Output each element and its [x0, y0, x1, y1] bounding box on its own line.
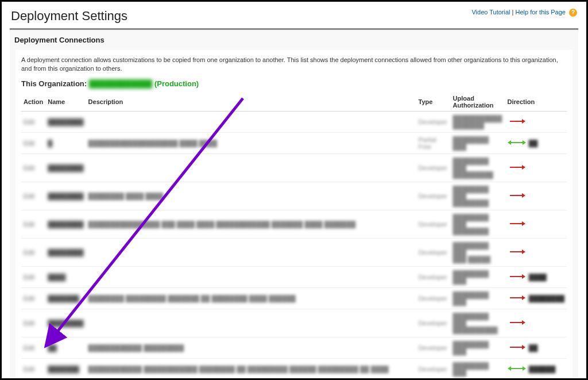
type-cell: Developer [416, 337, 451, 358]
desc-cell [86, 238, 416, 266]
direction-cell [505, 111, 567, 132]
type-cell: Developer [416, 210, 451, 238]
edit-link[interactable]: Edit [24, 344, 34, 351]
arrow-icon [508, 366, 527, 371]
edit-link[interactable]: Edit [24, 249, 34, 256]
table-row: Edit████████Developer████████ ███ ██████… [21, 153, 567, 182]
desc-cell: ████████████████████ ████ ████ [86, 132, 416, 153]
org-name: ████████████ [89, 79, 153, 88]
col-name: Name [45, 93, 86, 112]
desc-cell [86, 309, 416, 337]
name-link[interactable]: ████████ [48, 249, 83, 256]
arrow-icon [508, 164, 527, 170]
upload-cell: ████████ ███ ████████ [451, 182, 505, 210]
arrow-icon [508, 221, 527, 227]
help-for-page-link[interactable]: Help for this Page [516, 9, 566, 16]
desc-cell: ████████ █████████ ███████ ██ ████████ █… [86, 287, 416, 309]
edit-link[interactable]: Edit [24, 295, 34, 302]
arrow-icon [508, 118, 527, 124]
section-title: Deployment Connections [10, 30, 578, 50]
name-link[interactable]: ████████ [48, 221, 83, 228]
arrow-icon [508, 140, 527, 145]
type-cell: Developer [416, 182, 451, 210]
direction-cell [505, 182, 567, 210]
direction-cell [505, 210, 567, 238]
desc-cell: ████████████ █████████ [86, 337, 416, 358]
table-row: Edit██████████████ █████████Developer███… [21, 337, 567, 358]
table-row: Edit████████Developer████████ ███ ███ ██… [21, 238, 567, 266]
type-cell: Developer [416, 309, 451, 337]
direction-cell [505, 309, 567, 337]
name-link[interactable]: █ [48, 140, 52, 147]
direction-cell: ██ [505, 132, 567, 153]
col-direction: Direction [505, 93, 567, 112]
table-row: Edit████████████████ ████ ████Developer█… [21, 182, 567, 210]
direction-cell: ████████ [505, 287, 567, 309]
col-type: Type [416, 93, 451, 112]
desc-cell [86, 266, 416, 287]
edit-link[interactable]: Edit [24, 118, 34, 125]
name-link[interactable]: ████████ [48, 193, 83, 199]
direction-cell: ████ [505, 266, 567, 287]
edit-link[interactable]: Edit [24, 193, 34, 199]
upload-cell: ████████ ███ [451, 358, 505, 379]
type-cell: Developer [416, 358, 451, 379]
this-org-label: This Organization: [21, 79, 87, 88]
arrow-icon [508, 193, 527, 198]
desc-cell: ████████ ████ ████ [86, 182, 416, 210]
name-link[interactable]: ████████ [48, 320, 83, 327]
video-tutorial-link[interactable]: Video Tutorial [471, 9, 510, 16]
direction-cell: ██ [505, 337, 567, 358]
arrow-icon [508, 274, 527, 279]
col-description: Description [86, 93, 416, 112]
connections-table: Action Name Description Type Upload Auth… [21, 93, 567, 380]
desc-cell [86, 153, 416, 182]
upload-cell: ████████ ███ [451, 337, 505, 358]
edit-link[interactable]: Edit [24, 164, 34, 171]
type-cell: Developer [416, 153, 451, 182]
upload-cell: ████████ ███ █████████ [451, 153, 505, 182]
upload-cell: ████████ ███ [451, 266, 505, 287]
name-link[interactable]: ███████ [48, 366, 79, 373]
desc-cell: ████████████ ████████████ ████████ ██ ██… [86, 358, 416, 379]
arrow-icon [508, 344, 527, 350]
intro-text: A deployment connection allows customiza… [21, 56, 567, 74]
arrow-icon [508, 320, 527, 325]
edit-link[interactable]: Edit [24, 366, 34, 373]
table-row: Edit███████████████ █████████ ███████ ██… [21, 287, 567, 309]
page-title: Deployment Settings [11, 9, 127, 24]
help-icon[interactable]: ? [569, 9, 577, 17]
upload-cell: ████████ ███ ███ █████ [451, 238, 505, 266]
direction-cell [505, 153, 567, 182]
name-link[interactable]: ████████ [48, 118, 83, 125]
edit-link[interactable]: Edit [24, 320, 34, 327]
type-cell: Developer [416, 287, 451, 309]
header-links: Video Tutorial | Help for this Page ? [471, 9, 577, 17]
edit-link[interactable]: Edit [24, 140, 34, 147]
name-link[interactable]: ████████ [48, 164, 83, 171]
name-link[interactable]: ██ [48, 344, 57, 351]
table-row: Edit████████Developer███████████ ███████ [21, 111, 567, 132]
type-cell: Partial Free [416, 132, 451, 153]
type-cell: Developer [416, 238, 451, 266]
arrow-icon [508, 295, 527, 301]
name-link[interactable]: ███████ [48, 295, 79, 302]
upload-cell: ████████ ███ [451, 287, 505, 309]
upload-cell: ████████ ███ ████████ [451, 210, 505, 238]
edit-link[interactable]: Edit [24, 274, 34, 281]
table-row: Edit████Developer████████ ███ ████ [21, 266, 567, 287]
desc-cell: ████████████████ ███ ████ ████ █████████… [86, 210, 416, 238]
type-cell: Developer [416, 266, 451, 287]
col-action: Action [21, 93, 45, 112]
table-row: Edit█████████████████████ ████ ████Parti… [21, 132, 567, 153]
edit-link[interactable]: Edit [24, 221, 34, 228]
direction-cell [505, 238, 567, 266]
org-production: (Production) [154, 79, 199, 88]
upload-cell: ████████ ███ [451, 132, 505, 153]
name-link[interactable]: ████ [48, 274, 65, 281]
table-row: Edit████████████████████████ ███ ████ ██… [21, 210, 567, 238]
type-cell: Developer [416, 111, 451, 132]
table-row: Edit███████████████████ ████████████ ███… [21, 358, 567, 379]
table-row: Edit████████Developer████████ ███ ██████… [21, 309, 567, 337]
this-organization: This Organization: ████████████ (Product… [21, 79, 567, 88]
